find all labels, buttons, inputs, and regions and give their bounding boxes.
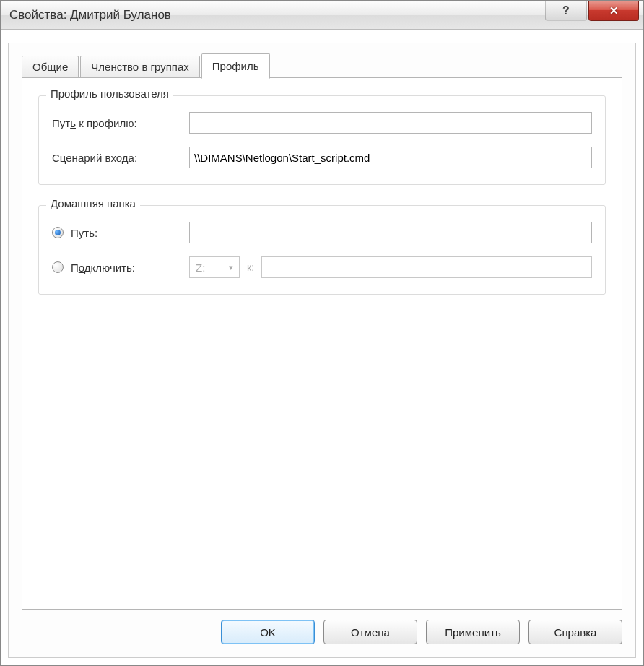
input-connect-path[interactable]	[261, 256, 592, 278]
drive-value: Z:	[196, 261, 205, 274]
chevron-down-icon: ▾	[229, 263, 233, 272]
row-logon-script: Сценарий входа:	[52, 147, 592, 168]
label-profile-path: Путь к профилю:	[52, 117, 189, 129]
dialog-buttons: OK Отмена Применить Справка	[22, 610, 622, 644]
tab-panel-profile: Профиль пользователя Путь к профилю: Сце…	[22, 77, 622, 610]
select-drive-letter[interactable]: Z: ▾	[189, 256, 240, 278]
input-profile-path[interactable]	[189, 112, 592, 134]
properties-dialog: Свойства: Дмитрий Буланов ? ✕ Общие Член…	[0, 0, 644, 666]
group-user-profile: Профиль пользователя Путь к профилю: Сце…	[38, 95, 606, 185]
input-logon-script[interactable]	[189, 147, 592, 168]
group-home-folder: Домашняя папка Путь: Подключить: Z: ▾ к:	[38, 205, 606, 295]
client-area: Общие Членство в группах Профиль Профиль…	[8, 43, 636, 658]
row-profile-path: Путь к профилю:	[52, 112, 592, 134]
tab-general[interactable]: Общие	[22, 56, 79, 78]
label-connect: Подключить:	[71, 261, 189, 274]
row-local-path: Путь:	[52, 222, 592, 243]
group-user-profile-legend: Профиль пользователя	[46, 87, 173, 100]
label-to: к:	[247, 261, 254, 273]
ok-button[interactable]: OK	[221, 620, 315, 644]
close-icon[interactable]: ✕	[588, 1, 639, 21]
titlebar[interactable]: Свойства: Дмитрий Буланов ? ✕	[1, 1, 643, 30]
window-title: Свойства: Дмитрий Буланов	[9, 8, 171, 22]
help-button[interactable]: Справка	[528, 620, 622, 644]
input-local-path[interactable]	[189, 222, 592, 243]
row-connect: Подключить: Z: ▾ к:	[52, 256, 592, 278]
tab-membership[interactable]: Членство в группах	[80, 56, 199, 78]
radio-connect[interactable]	[52, 261, 64, 273]
window-controls: ? ✕	[545, 1, 643, 24]
group-home-folder-legend: Домашняя папка	[46, 197, 140, 209]
radio-local-path[interactable]	[52, 227, 64, 238]
tab-profile[interactable]: Профиль	[201, 53, 270, 79]
cancel-button[interactable]: Отмена	[323, 620, 417, 644]
label-logon-script: Сценарий входа:	[52, 152, 189, 164]
apply-button[interactable]: Применить	[426, 620, 520, 644]
tab-strip: Общие Членство в группах Профиль	[22, 53, 622, 78]
label-local-path: Путь:	[71, 227, 189, 239]
help-icon[interactable]: ?	[545, 1, 587, 21]
